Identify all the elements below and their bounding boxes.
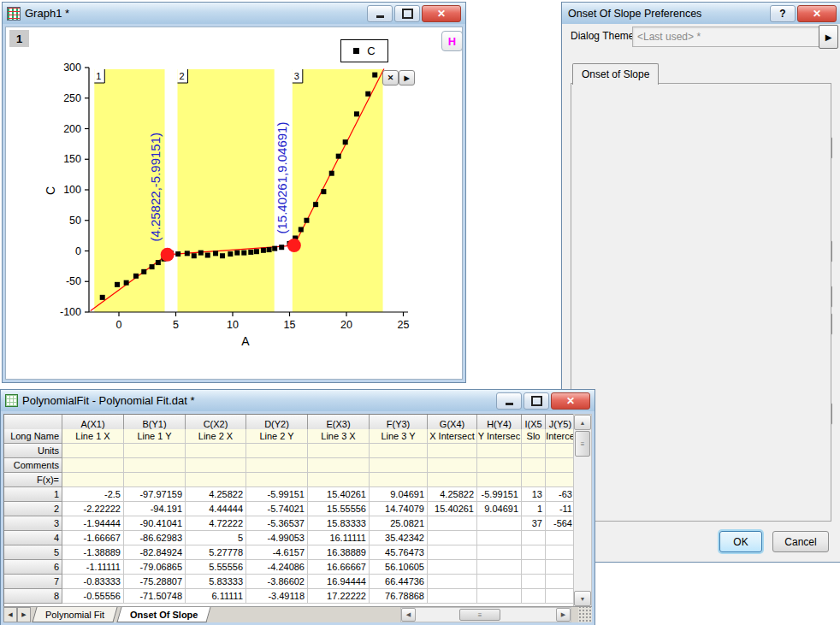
scroll-down-button[interactable]: ▼ [574, 591, 591, 606]
data-cell[interactable]: -2.22222 [62, 502, 124, 516]
header-row-cell[interactable]: Line 3 X [308, 429, 370, 444]
header-row-cell[interactable] [477, 444, 522, 458]
rect-close-button[interactable]: ✕ [382, 70, 399, 85]
header-row-cell[interactable] [62, 458, 124, 473]
header-row-cell[interactable]: X Intersect [428, 429, 477, 444]
header-row-cell[interactable] [477, 458, 522, 473]
horizontal-scrollbar[interactable]: ◀ ≡ ▶ [400, 607, 571, 622]
data-cell[interactable]: -94.191 [124, 502, 186, 516]
data-cell[interactable]: 13 [522, 487, 546, 502]
data-cell[interactable] [546, 560, 575, 575]
data-cell[interactable]: -5.74021 [246, 502, 308, 516]
data-cell[interactable]: 17.22222 [308, 589, 370, 604]
data-cell[interactable] [522, 545, 546, 560]
data-cell[interactable]: -4.24086 [246, 560, 308, 575]
data-cell[interactable]: -71.50748 [124, 589, 186, 604]
header-row-cell[interactable] [522, 458, 546, 473]
tab-onset-of-slope[interactable]: Onset of Slope [572, 63, 659, 85]
tab-scroll-left-button[interactable]: ◀ [3, 607, 17, 622]
header-row-cell[interactable] [546, 473, 575, 487]
tab-polynomial-fit[interactable]: Polynomial Fit [32, 607, 117, 622]
data-cell[interactable] [477, 545, 522, 560]
dialog-theme-field[interactable]: <Last used> * [632, 27, 824, 47]
row-label-cell[interactable]: F(x)= [4, 473, 62, 487]
row-number-cell[interactable]: 5 [4, 545, 62, 560]
data-cell[interactable]: 35.42342 [370, 531, 428, 545]
header-row-cell[interactable] [522, 444, 546, 458]
data-cell[interactable]: -97.97159 [124, 487, 186, 502]
data-cell[interactable] [428, 560, 477, 575]
header-row-cell[interactable] [546, 458, 575, 473]
data-cell[interactable] [428, 516, 477, 531]
header-row-cell[interactable] [428, 458, 477, 473]
intersection-label[interactable]: (15.40261,9.04691) [275, 122, 289, 234]
data-cell[interactable]: 16.94444 [308, 575, 370, 589]
dialog-theme-menu-button[interactable]: ▶ [819, 25, 838, 49]
data-cell[interactable] [546, 589, 575, 604]
data-cell[interactable]: -75.28807 [124, 575, 186, 589]
data-cell[interactable]: -63 [546, 487, 575, 502]
data-cell[interactable] [477, 531, 522, 545]
dialog-close-button[interactable]: ✕ [797, 5, 837, 22]
header-row-cell[interactable]: Interce [546, 429, 575, 444]
header-row-cell[interactable] [370, 458, 428, 473]
data-cell[interactable] [546, 531, 575, 545]
data-cell[interactable]: 45.76473 [370, 545, 428, 560]
header-row-cell[interactable] [246, 473, 308, 487]
header-row-cell[interactable]: Line 3 Y [370, 429, 428, 444]
scroll-track[interactable] [416, 608, 458, 622]
row-label-cell[interactable]: Units [4, 444, 62, 458]
header-row-cell[interactable]: Y Intersec [477, 429, 522, 444]
data-cell[interactable] [522, 589, 546, 604]
data-cell[interactable] [428, 575, 477, 589]
graph-titlebar[interactable]: Graph1 * ✕ [3, 3, 465, 24]
data-cell[interactable]: 14.74079 [370, 502, 428, 516]
header-row-cell[interactable] [124, 444, 186, 458]
header-row-cell[interactable]: Line 1 Y [124, 429, 186, 444]
data-cell[interactable]: 9.04691 [370, 487, 428, 502]
data-cell[interactable]: -79.06865 [124, 560, 186, 575]
cancel-button[interactable]: Cancel [772, 531, 829, 552]
header-row-cell[interactable] [62, 473, 124, 487]
close-button[interactable]: ✕ [422, 5, 461, 22]
header-row-cell[interactable] [428, 444, 477, 458]
row-number-cell[interactable]: 8 [4, 589, 62, 604]
layer-1-badge[interactable]: 1 [9, 30, 29, 47]
header-row-cell[interactable] [246, 444, 308, 458]
vertical-scrollbar[interactable]: ▲ ≡ ▼ [573, 414, 592, 607]
data-cell[interactable]: -5.99151 [246, 487, 308, 502]
data-cell[interactable] [428, 545, 477, 560]
data-cell[interactable]: 15.55556 [308, 502, 370, 516]
scroll-left-button[interactable]: ◀ [401, 608, 416, 622]
data-cell[interactable]: -82.84924 [124, 545, 186, 560]
data-cell[interactable]: 25.0821 [370, 516, 428, 531]
header-row-cell[interactable] [477, 473, 522, 487]
data-cell[interactable]: 16.66667 [308, 560, 370, 575]
minimize-button[interactable] [496, 392, 522, 410]
data-cell[interactable]: 56.10605 [370, 560, 428, 575]
data-cell[interactable]: 15.40261 [428, 502, 477, 516]
dialog-titlebar[interactable]: Onset Of Slope Preferences ? ✕ [562, 3, 840, 24]
ok-button[interactable]: OK [719, 531, 762, 552]
row-label-cell[interactable]: Comments [4, 458, 62, 473]
data-cell[interactable]: -0.83333 [62, 575, 124, 589]
data-cell[interactable]: -3.86602 [246, 575, 308, 589]
data-cell[interactable]: -86.62983 [124, 531, 186, 545]
scroll-track[interactable] [501, 608, 556, 622]
data-cell[interactable]: 76.78868 [370, 589, 428, 604]
header-row-cell[interactable] [124, 473, 186, 487]
data-cell[interactable]: -5.36537 [246, 516, 308, 531]
row-label-cell[interactable]: Long Name [4, 429, 62, 444]
header-row-cell[interactable] [186, 444, 246, 458]
maximize-button[interactable] [524, 392, 549, 410]
horizontal-scroll-thumb[interactable]: ≡ [459, 609, 500, 621]
data-cell[interactable] [477, 560, 522, 575]
data-cell[interactable] [428, 589, 477, 604]
header-row-cell[interactable]: Line 1 X [62, 429, 124, 444]
data-cell[interactable]: -3.49118 [246, 589, 308, 604]
minimize-button[interactable] [367, 5, 393, 22]
data-cell[interactable] [546, 575, 575, 589]
data-cell[interactable]: 15.40261 [308, 487, 370, 502]
data-cell[interactable]: 4.44444 [186, 502, 246, 516]
data-cell[interactable] [522, 560, 546, 575]
